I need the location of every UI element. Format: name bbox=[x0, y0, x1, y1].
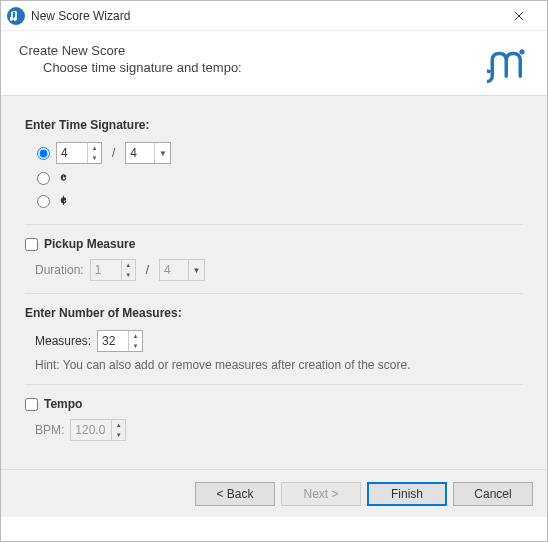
chevron-down-icon: ▼ bbox=[122, 270, 135, 280]
cut-time-radio[interactable] bbox=[37, 195, 50, 208]
window-title: New Score Wizard bbox=[31, 9, 499, 23]
wizard-header: Create New Score Choose time signature a… bbox=[1, 31, 547, 96]
chevron-up-icon[interactable]: ▲ bbox=[88, 143, 101, 153]
time-sig-denominator-dropdown[interactable]: 4 ▼ bbox=[125, 142, 171, 164]
measures-hint: Hint: You can also add or remove measure… bbox=[25, 358, 523, 372]
musescore-logo-icon bbox=[487, 43, 529, 85]
common-time-radio[interactable] bbox=[37, 172, 50, 185]
tempo-label: Tempo bbox=[44, 397, 82, 411]
pickup-measure-label: Pickup Measure bbox=[44, 237, 135, 251]
bpm-spinner: ▲▼ bbox=[70, 419, 126, 441]
pickup-denominator-dropdown: 4 ▼ bbox=[159, 259, 205, 281]
page-subtitle: Choose time signature and tempo: bbox=[43, 60, 479, 75]
back-button[interactable]: < Back bbox=[195, 482, 275, 506]
separator: / bbox=[112, 146, 115, 160]
chevron-up-icon: ▲ bbox=[112, 420, 125, 430]
chevron-down-icon: ▼ bbox=[188, 260, 204, 280]
bpm-label: BPM: bbox=[35, 423, 64, 437]
time-sig-numerator-spinner[interactable]: ▲▼ bbox=[56, 142, 102, 164]
measures-label: Enter Number of Measures: bbox=[25, 306, 523, 320]
chevron-down-icon[interactable]: ▼ bbox=[154, 143, 170, 163]
next-button: Next > bbox=[281, 482, 361, 506]
chevron-up-icon[interactable]: ▲ bbox=[129, 331, 142, 341]
separator bbox=[25, 293, 523, 294]
pickup-measure-checkbox[interactable] bbox=[25, 238, 38, 251]
measures-spinner[interactable]: ▲▼ bbox=[97, 330, 143, 352]
common-time-icon: 𝄴 bbox=[56, 170, 70, 187]
svg-point-0 bbox=[519, 49, 524, 54]
measures-input[interactable] bbox=[98, 331, 128, 351]
app-icon bbox=[7, 7, 25, 25]
cut-time-icon: 𝄵 bbox=[56, 193, 70, 210]
measures-field-label: Measures: bbox=[35, 334, 91, 348]
chevron-up-icon: ▲ bbox=[122, 260, 135, 270]
time-sig-denominator-value: 4 bbox=[126, 146, 154, 160]
chevron-down-icon[interactable]: ▼ bbox=[88, 153, 101, 163]
time-sig-numerator-input[interactable] bbox=[57, 143, 87, 163]
separator: / bbox=[146, 263, 149, 277]
wizard-footer: < Back Next > Finish Cancel bbox=[1, 469, 547, 517]
tempo-checkbox[interactable] bbox=[25, 398, 38, 411]
pickup-duration-label: Duration: bbox=[35, 263, 84, 277]
time-signature-label: Enter Time Signature: bbox=[25, 118, 523, 132]
pickup-numerator-spinner: ▲▼ bbox=[90, 259, 136, 281]
wizard-content: Enter Time Signature: ▲▼ / 4 ▼ 𝄴 𝄵 Picku… bbox=[1, 96, 547, 469]
close-button[interactable] bbox=[499, 2, 539, 30]
chevron-down-icon: ▼ bbox=[112, 430, 125, 440]
pickup-numerator-input bbox=[91, 260, 121, 280]
pickup-denominator-value: 4 bbox=[160, 263, 188, 277]
time-sig-numeric-radio[interactable] bbox=[37, 147, 50, 160]
separator bbox=[25, 224, 523, 225]
finish-button[interactable]: Finish bbox=[367, 482, 447, 506]
chevron-down-icon[interactable]: ▼ bbox=[129, 341, 142, 351]
title-bar: New Score Wizard bbox=[1, 1, 547, 31]
page-title: Create New Score bbox=[19, 43, 479, 58]
cancel-button[interactable]: Cancel bbox=[453, 482, 533, 506]
separator bbox=[25, 384, 523, 385]
bpm-input bbox=[71, 420, 111, 440]
